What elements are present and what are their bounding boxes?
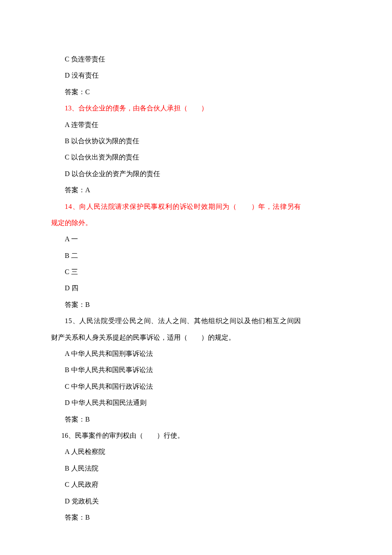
- q13-option-d: D 以合伙企业的资产为限的责任: [51, 166, 341, 182]
- q14-stem-line2: 规定的除外。: [51, 215, 341, 231]
- q15-option-d: D 中华人民共和国民法通则: [51, 395, 341, 411]
- q13-answer: 答案：A: [51, 182, 341, 198]
- q16-answer: 答案：B: [51, 509, 341, 526]
- q13-option-a: A 连带责任: [51, 117, 341, 133]
- q14-option-d: D 四: [51, 280, 341, 296]
- q15-option-b: B 中华人民共和国民事诉讼法: [51, 362, 341, 378]
- document-page: C 负连带责任 D 没有责任 答案：C 13、合伙企业的债务，由各合伙人承担（ …: [0, 0, 392, 555]
- q13-option-b: B 以合伙协议为限的责任: [51, 133, 341, 149]
- q16-stem: 16、民事案件的审判权由（ ）行使。: [51, 428, 341, 444]
- q15-stem-line1: 15、人民法院受理公民之间、法人之间、其他组织之间以及他们相互之间因: [51, 313, 341, 329]
- q16-option-d: D 党政机关: [51, 493, 341, 509]
- q14-answer: 答案：B: [51, 297, 341, 313]
- q15-answer: 答案：B: [51, 411, 341, 428]
- q12-answer: 答案：C: [51, 84, 341, 100]
- q16-option-a: A 人民检察院: [51, 444, 341, 460]
- q16-option-b: B 人民法院: [51, 460, 341, 477]
- q15-option-c: C 中华人民共和国行政诉讼法: [51, 379, 341, 395]
- q12-option-d: D 没有责任: [51, 67, 341, 84]
- q14-option-b: B 二: [51, 248, 341, 264]
- q15-option-a: A 中华人民共和国刑事诉讼法: [51, 346, 341, 362]
- q12-option-c: C 负连带责任: [51, 51, 341, 67]
- q15-stem: 15、人民法院受理公民之间、法人之间、其他组织之间以及他们相互之间因 财产关系和…: [51, 313, 341, 346]
- q13-stem: 13、合伙企业的债务，由各合伙人承担（ ）: [51, 100, 341, 116]
- q14-option-a: A 一: [51, 231, 341, 247]
- q13-option-c: C 以合伙出资为限的责任: [51, 149, 341, 165]
- q16-option-c: C 人民政府: [51, 477, 341, 493]
- q14-stem-line1: 14、向人民法院请求保护民事权利的诉讼时效期间为（ ）年，法律另有: [51, 199, 341, 215]
- q15-stem-line2: 财产关系和人身关系提起的民事诉讼，适用（ ）的规定。: [51, 330, 341, 346]
- q14-stem: 14、向人民法院请求保护民事权利的诉讼时效期间为（ ）年，法律另有 规定的除外。: [51, 199, 341, 231]
- q14-option-c: C 三: [51, 264, 341, 280]
